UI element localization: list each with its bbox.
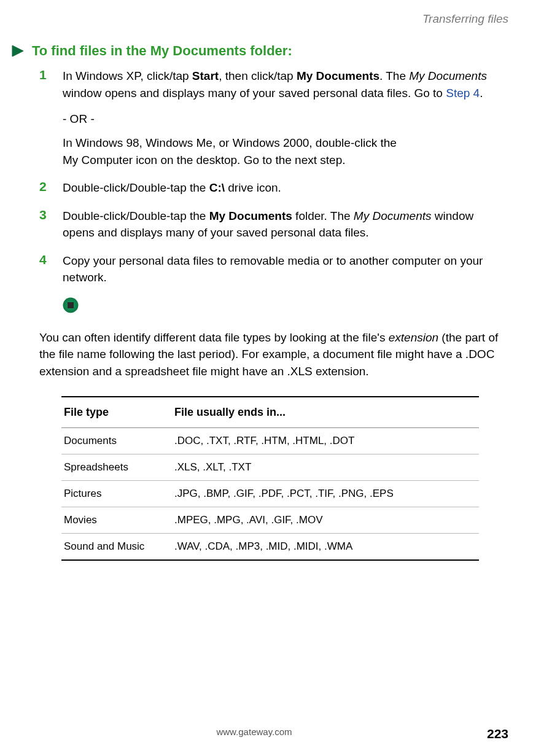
step-body: In Windows XP, click/tap Start, then cli…: [63, 68, 508, 101]
file-extensions-table: File type File usually ends in... Docume…: [61, 396, 479, 561]
step-number: 1: [39, 68, 52, 101]
step-number: 3: [39, 208, 52, 241]
text: In Windows 98, Windows Me, or Windows 20…: [63, 136, 397, 149]
step-number: 4: [39, 252, 52, 286]
text: drive icon.: [225, 181, 281, 194]
step-4: 4 Copy your personal data files to remov…: [39, 252, 508, 286]
cell-filetype: Movies: [61, 507, 172, 533]
text: window opens and displays many of your s…: [63, 87, 446, 99]
ui-label-my-documents: My Documents: [209, 209, 292, 222]
text: You can often identify different data fi…: [39, 331, 389, 344]
table-row: Pictures .JPG, .BMP, .GIF, .PDF, .PCT, .…: [61, 480, 479, 507]
body-paragraph: You can often identify different data fi…: [39, 329, 508, 380]
table-header-filetype: File type: [61, 397, 172, 428]
table-header-extensions: File usually ends in...: [172, 397, 479, 428]
end-of-steps-icon: [63, 297, 508, 316]
step-body: Double-click/Double-tap the C:\ drive ic…: [63, 179, 508, 197]
cell-filetype: Spreadsheets: [61, 454, 172, 480]
table-row: Spreadsheets .XLS, .XLT, .TXT: [61, 454, 479, 480]
ui-label-my-computer: My Computer: [63, 154, 133, 166]
cell-extensions: .WAV, .CDA, .MP3, .MID, .MIDI, .WMA: [172, 533, 479, 560]
table-row: Sound and Music .WAV, .CDA, .MP3, .MID, …: [61, 533, 479, 560]
step-1-alt: In Windows 98, Windows Me, or Windows 20…: [63, 134, 508, 168]
window-name: My Documents: [409, 69, 487, 82]
ui-label-start: Start: [192, 69, 219, 82]
page-footer: www.gateway.com 223: [0, 727, 508, 741]
step-number: 2: [39, 179, 52, 197]
running-header: Transferring files: [12, 12, 508, 26]
step-body: Copy your personal data files to removab…: [63, 252, 508, 286]
cell-extensions: .DOC, .TXT, .RTF, .HTM, .HTML, .DOT: [172, 427, 479, 454]
play-arrow-icon: [11, 45, 25, 57]
svg-rect-3: [68, 302, 74, 308]
cell-extensions: .JPG, .BMP, .GIF, .PDF, .PCT, .TIF, .PNG…: [172, 480, 479, 507]
step-body: Double-click/Double-tap the My Documents…: [63, 208, 508, 241]
step-1: 1 In Windows XP, click/tap Start, then c…: [39, 68, 508, 101]
step-2: 2 Double-click/Double-tap the C:\ drive …: [39, 179, 508, 197]
table-row: Movies .MPEG, .MPG, .AVI, .GIF, .MOV: [61, 507, 479, 533]
term-extension: extension: [389, 331, 438, 344]
cell-extensions: .MPEG, .MPG, .AVI, .GIF, .MOV: [172, 507, 479, 533]
text: , then click/tap: [219, 69, 297, 82]
cross-ref-link[interactable]: Step 4: [446, 87, 480, 99]
section-heading: To find files in the My Documents folder…: [32, 43, 292, 59]
cell-filetype: Sound and Music: [61, 533, 172, 560]
text: .: [480, 87, 483, 99]
text: folder. The: [292, 209, 354, 222]
table-row: Documents .DOC, .TXT, .RTF, .HTM, .HTML,…: [61, 427, 479, 454]
step-3: 3 Double-click/Double-tap the My Documen…: [39, 208, 508, 241]
cell-extensions: .XLS, .XLT, .TXT: [172, 454, 479, 480]
table-header-row: File type File usually ends in...: [61, 397, 479, 428]
ui-label-my-documents: My Documents: [297, 69, 379, 82]
text: In Windows XP, click/tap: [63, 69, 192, 82]
text: . The: [379, 69, 409, 82]
text: Double-click/Double-tap the: [63, 181, 209, 194]
text: icon on the desktop. Go to the next step…: [133, 154, 345, 166]
window-name: My Documents: [354, 209, 432, 222]
or-separator: - OR -: [63, 112, 508, 126]
text: Double-click/Double-tap the: [63, 209, 209, 222]
footer-url: www.gateway.com: [0, 727, 508, 737]
text: Copy your personal data files to removab…: [63, 254, 483, 284]
content-block: 1 In Windows XP, click/tap Start, then c…: [39, 68, 508, 316]
drive-label: C:\: [209, 181, 225, 194]
cell-filetype: Documents: [61, 427, 172, 454]
cell-filetype: Pictures: [61, 480, 172, 507]
svg-marker-0: [12, 45, 23, 57]
